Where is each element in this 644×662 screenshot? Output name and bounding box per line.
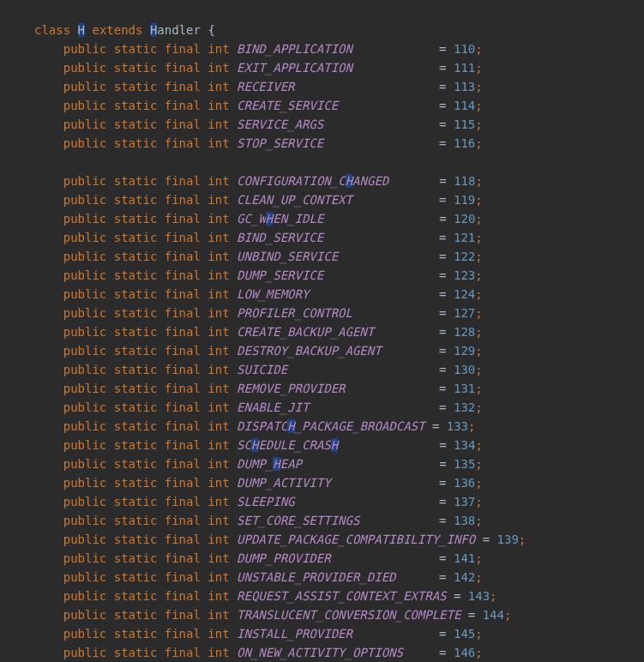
equals: = [439, 646, 454, 659]
equals: = [439, 80, 454, 93]
keyword-public: public [63, 533, 107, 546]
semicolon: ; [475, 117, 482, 131]
constant-value: 132 [454, 400, 475, 414]
keyword-int: int [208, 514, 229, 527]
keyword-int: int [208, 419, 229, 433]
constant-value: 144 [483, 608, 504, 622]
keyword-final: final [165, 627, 201, 641]
semicolon: ; [475, 250, 482, 263]
keyword-static: static [114, 325, 158, 339]
keyword-int: int [208, 231, 229, 244]
constant-name: CLEAN_UP_CONTEXT [237, 193, 352, 207]
semicolon: ; [475, 42, 482, 56]
equals: = [439, 287, 454, 301]
semicolon: ; [475, 61, 482, 75]
keyword-public: public [63, 117, 107, 131]
keyword-extends: extends [92, 23, 142, 37]
keyword-public: public [63, 231, 107, 244]
keyword-public: public [63, 476, 107, 490]
equals: = [439, 400, 454, 414]
constant-name: BIND_APPLICATION [237, 42, 352, 56]
constant-value: 143 [468, 589, 490, 603]
equals: = [439, 99, 454, 112]
keyword-final: final [165, 551, 201, 565]
keyword-final: final [165, 212, 201, 226]
field-declaration: public static final int DUMP_ACTIVITY = … [34, 473, 644, 492]
semicolon: ; [475, 344, 482, 358]
field-declaration: public static final int PROFILER_CONTROL… [34, 304, 644, 322]
constant-value: 119 [454, 193, 475, 207]
constant-name: REMOVE_PROVIDER [237, 382, 345, 395]
field-declaration: public static final int GC_WHEN_IDLE = 1… [34, 209, 644, 228]
keyword-int: int [208, 42, 229, 56]
keyword-final: final [165, 570, 201, 584]
code-editor[interactable]: class H extends Handler { public static … [0, 21, 644, 662]
constant-value: 141 [454, 551, 475, 565]
constant-value: 118 [454, 174, 475, 188]
parent-class: Handler [150, 23, 201, 37]
equals: = [439, 363, 454, 376]
keyword-static: static [114, 42, 158, 56]
field-declaration: public static final int CREATE_SERVICE =… [34, 96, 644, 115]
constant-name: ENABLE_JIT [237, 400, 309, 414]
keyword-int: int [208, 495, 229, 509]
keyword-final: final [165, 325, 201, 339]
constant-value: 127 [454, 306, 475, 320]
keyword-static: static [114, 627, 158, 641]
keyword-int: int [208, 325, 229, 339]
keyword-static: static [114, 608, 158, 622]
keyword-int: int [208, 476, 229, 490]
keyword-static: static [114, 212, 158, 226]
equals: = [439, 212, 454, 226]
keyword-static: static [114, 287, 158, 301]
constant-name: LOW_MEMORY [237, 287, 309, 301]
equals: = [483, 533, 497, 546]
keyword-static: static [114, 514, 158, 527]
constant-name: SLEEPING [237, 495, 294, 509]
keyword-final: final [165, 231, 201, 244]
field-declaration: public static final int TRANSLUCENT_CONV… [34, 605, 644, 624]
constant-value: 142 [454, 570, 475, 584]
equals: = [439, 42, 454, 56]
keyword-int: int [208, 627, 229, 641]
keyword-static: static [114, 268, 158, 282]
constant-name: UNBIND_SERVICE [237, 250, 338, 263]
semicolon: ; [475, 551, 482, 565]
field-declaration: public static final int UPDATE_PACKAGE_C… [34, 530, 644, 549]
constant-value: 130 [454, 363, 475, 376]
semicolon: ; [475, 174, 482, 188]
constant-value: 123 [454, 268, 475, 282]
field-declaration: public static final int SERVICE_ARGS = 1… [34, 115, 644, 134]
constant-name: SERVICE_ARGS [237, 117, 323, 131]
keyword-static: static [114, 382, 158, 395]
keyword-final: final [165, 589, 201, 603]
keyword-final: final [165, 495, 201, 509]
keyword-final: final [165, 382, 201, 395]
constant-name: CONFIGURATION_CHANGED [237, 174, 388, 188]
keyword-final: final [165, 136, 201, 150]
keyword-final: final [165, 438, 201, 452]
constant-name: BIND_SERVICE [237, 231, 323, 244]
constant-value: 115 [454, 117, 475, 131]
keyword-static: static [114, 419, 158, 433]
field-declaration: public static final int INSTALL_PROVIDER… [34, 624, 644, 643]
keyword-public: public [63, 193, 107, 207]
keyword-final: final [165, 457, 201, 471]
keyword-public: public [63, 61, 107, 75]
highlight: H [150, 23, 157, 37]
field-declaration: public static final int BIND_APPLICATION… [34, 39, 644, 58]
keyword-static: static [114, 306, 158, 320]
constant-value: 128 [454, 325, 475, 339]
keyword-final: final [165, 533, 201, 546]
keyword-public: public [63, 363, 107, 376]
constant-name: STOP_SERVICE [237, 136, 323, 150]
keyword-int: int [208, 646, 229, 659]
keyword-final: final [165, 287, 201, 301]
field-declaration: public static final int STOP_SERVICE = 1… [34, 134, 644, 153]
keyword-static: static [114, 476, 158, 490]
keyword-public: public [63, 80, 107, 93]
keyword-final: final [165, 363, 201, 376]
field-declaration: public static final int UNBIND_SERVICE =… [34, 247, 644, 266]
keyword-public: public [63, 646, 107, 659]
semicolon: ; [475, 570, 482, 584]
